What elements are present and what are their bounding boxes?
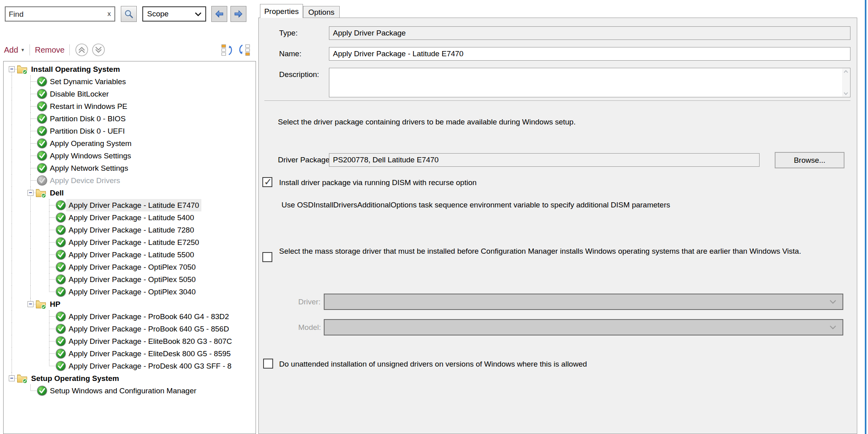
tree-item-label[interactable]: Apply Windows Settings bbox=[50, 150, 131, 162]
expand-all-icon[interactable] bbox=[238, 44, 250, 56]
green-check-icon bbox=[55, 286, 66, 298]
tree-item-row[interactable]: Partition Disk 0 - UEFI bbox=[4, 125, 256, 137]
tree-item-row[interactable]: Apply Driver Package - OptiPlex 5050 bbox=[4, 273, 256, 286]
move-step-down-button[interactable] bbox=[91, 43, 106, 57]
tree-expander[interactable] bbox=[28, 190, 33, 196]
tree-item-row[interactable]: Setup Windows and Configuration Manager bbox=[4, 385, 256, 397]
tree-item-label[interactable]: Apply Driver Package - ProBook 640 G4 - … bbox=[69, 310, 229, 323]
tree-connector bbox=[30, 150, 31, 156]
tree-item-row[interactable]: Restart in Windows PE bbox=[4, 100, 256, 112]
tree-connector bbox=[12, 347, 12, 360]
tree-item-label[interactable]: Apply Driver Package - ProBook 640 G5 - … bbox=[69, 323, 229, 335]
tree-item-label[interactable]: Restart in Windows PE bbox=[50, 100, 127, 112]
tree-connector bbox=[49, 280, 49, 286]
name-field[interactable]: Apply Driver Package - Latitude E7470 bbox=[329, 47, 850, 61]
dism-checkbox-label[interactable]: Install driver package via running DISM … bbox=[279, 176, 476, 189]
tree-item-label[interactable]: Apply Driver Package - OptiPlex 5050 bbox=[69, 273, 196, 286]
tree-item-label[interactable]: Apply Driver Package - OptiPlex 3040 bbox=[69, 286, 196, 298]
tree-item-row[interactable]: Apply Driver Package - ProDesk 400 G3 SF… bbox=[4, 360, 256, 372]
tree-item-label[interactable]: Apply Device Drivers bbox=[50, 174, 120, 187]
tree-item-label[interactable]: Setup Operating System bbox=[31, 372, 119, 385]
arrow-right-icon bbox=[234, 10, 243, 18]
tree-item-label[interactable]: Apply Driver Package - ProDesk 400 G3 SF… bbox=[69, 360, 232, 372]
tree-item-row[interactable]: Apply Driver Package - EliteBook 820 G3 … bbox=[4, 335, 256, 347]
tree-connector bbox=[30, 106, 36, 107]
find-previous-button[interactable] bbox=[211, 6, 227, 22]
tree-item-label[interactable]: Apply Operating System bbox=[50, 137, 132, 150]
task-sequence-tree[interactable]: Install Operating SystemSet Dynamic Vari… bbox=[3, 61, 256, 434]
find-input-box[interactable]: x bbox=[5, 6, 115, 22]
tab-options[interactable]: Options bbox=[303, 6, 340, 18]
tree-group-row[interactable]: Install Operating System bbox=[4, 63, 256, 75]
tree-item-label[interactable]: Set Dynamic Variables bbox=[50, 75, 126, 88]
tree-item-label[interactable]: Partition Disk 0 - BIOS bbox=[50, 112, 126, 125]
find-next-button[interactable] bbox=[230, 6, 246, 22]
tree-item-label[interactable]: Apply Network Settings bbox=[50, 162, 128, 174]
tree-item-row[interactable]: Disable BitLocker bbox=[4, 88, 256, 100]
tree-item-row[interactable]: Apply Windows Settings bbox=[4, 150, 256, 162]
tree-item-label[interactable]: Apply Driver Package - Latitude 5400 bbox=[69, 211, 194, 224]
tree-item-label[interactable]: Install Operating System bbox=[31, 63, 120, 75]
tree-item-label[interactable]: Apply Driver Package - Latitude 5500 bbox=[69, 249, 194, 261]
tree-item-row[interactable]: Apply Device Drivers bbox=[4, 174, 256, 187]
tree-connector bbox=[49, 279, 55, 280]
tree-connector bbox=[49, 353, 55, 354]
scroll-up-icon[interactable] bbox=[843, 70, 848, 73]
description-scrollbar[interactable] bbox=[842, 69, 850, 97]
mass-storage-checkbox[interactable] bbox=[262, 252, 272, 262]
tree-item-row[interactable]: Apply Driver Package - Latitude 5500 bbox=[4, 249, 256, 261]
tree-item-row[interactable]: Set Dynamic Variables bbox=[4, 75, 256, 88]
tree-connector bbox=[12, 298, 12, 310]
tree-item-row[interactable]: Apply Driver Package - OptiPlex 3040 bbox=[4, 286, 256, 298]
tree-item-label[interactable]: Apply Driver Package - Latitude E7470 bbox=[66, 199, 201, 211]
add-dropdown-caret-icon[interactable]: ▼ bbox=[21, 47, 25, 52]
collapse-all-icon[interactable] bbox=[221, 44, 234, 56]
tree-item-label[interactable]: Apply Driver Package - EliteDesk 800 G5 … bbox=[69, 347, 231, 360]
tree-group-row[interactable]: Setup Operating System bbox=[4, 372, 256, 385]
tree-item-label[interactable]: Apply Driver Package - OptiPlex 7050 bbox=[69, 261, 196, 273]
tree-item-label[interactable]: Setup Windows and Configuration Manager bbox=[50, 385, 197, 397]
task-sequence-editor-window: x Scope Add ▼ Remove bbox=[0, 0, 868, 434]
tree-item-row[interactable]: Apply Driver Package - Latitude 5400 bbox=[4, 211, 256, 224]
unsigned-drivers-checkbox[interactable] bbox=[263, 359, 273, 369]
mass-storage-checkbox-label[interactable]: Select the mass storage driver that must… bbox=[279, 245, 855, 257]
browse-button[interactable]: Browse... bbox=[775, 152, 844, 168]
tree-item-label[interactable]: Dell bbox=[50, 187, 64, 199]
tab-properties[interactable]: Properties bbox=[260, 4, 303, 18]
tree-group-row[interactable]: HP bbox=[4, 298, 256, 310]
tree-item-row[interactable]: Apply Network Settings bbox=[4, 162, 256, 174]
dism-checkbox[interactable] bbox=[262, 177, 272, 187]
tree-item-label[interactable]: Partition Disk 0 - UEFI bbox=[50, 125, 125, 137]
tree-expander[interactable] bbox=[9, 375, 15, 381]
tree-item-row[interactable]: Apply Driver Package - ProBook 640 G5 - … bbox=[4, 323, 256, 335]
tree-item-row[interactable]: Partition Disk 0 - BIOS bbox=[4, 112, 256, 125]
tree-expander[interactable] bbox=[9, 66, 15, 72]
tree-connector bbox=[49, 205, 49, 211]
move-step-up-button[interactable] bbox=[75, 43, 89, 57]
tree-item-row[interactable]: Apply Driver Package - ProBook 640 G4 - … bbox=[4, 310, 256, 323]
tree-item-row[interactable]: Apply Driver Package - OptiPlex 7050 bbox=[4, 261, 256, 273]
tree-item-row[interactable]: Apply Driver Package - Latitude E7470 bbox=[4, 199, 256, 211]
tree-item-label[interactable]: Disable BitLocker bbox=[50, 88, 109, 100]
tree-expander[interactable] bbox=[28, 301, 33, 307]
tree-connector bbox=[49, 329, 49, 335]
scope-dropdown[interactable]: Scope bbox=[142, 6, 206, 22]
scroll-down-icon[interactable] bbox=[843, 92, 848, 95]
tree-item-label[interactable]: HP bbox=[50, 298, 60, 310]
remove-button[interactable]: Remove bbox=[35, 45, 64, 55]
add-button[interactable]: Add bbox=[4, 45, 18, 55]
tree-item-row[interactable]: Apply Driver Package - Latitude 7280 bbox=[4, 224, 256, 236]
tree-group-row[interactable]: Dell bbox=[4, 187, 256, 199]
find-clear-button[interactable]: x bbox=[108, 10, 111, 18]
tree-item-row[interactable]: Apply Driver Package - EliteDesk 800 G5 … bbox=[4, 347, 256, 360]
description-textarea[interactable] bbox=[329, 68, 850, 97]
tree-item-label[interactable]: Apply Driver Package - Latitude E7250 bbox=[69, 236, 199, 249]
tree-item-label[interactable]: Apply Driver Package - EliteBook 820 G3 … bbox=[69, 335, 232, 347]
tree-connector bbox=[12, 162, 12, 174]
find-input[interactable] bbox=[8, 8, 101, 21]
search-button[interactable] bbox=[121, 6, 137, 22]
tree-item-row[interactable]: Apply Operating System bbox=[4, 137, 256, 150]
tree-item-row[interactable]: Apply Driver Package - Latitude E7250 bbox=[4, 236, 256, 249]
unsigned-drivers-checkbox-label[interactable]: Do unattended installation of unsigned d… bbox=[279, 358, 587, 370]
tree-item-label[interactable]: Apply Driver Package - Latitude 7280 bbox=[69, 224, 194, 236]
